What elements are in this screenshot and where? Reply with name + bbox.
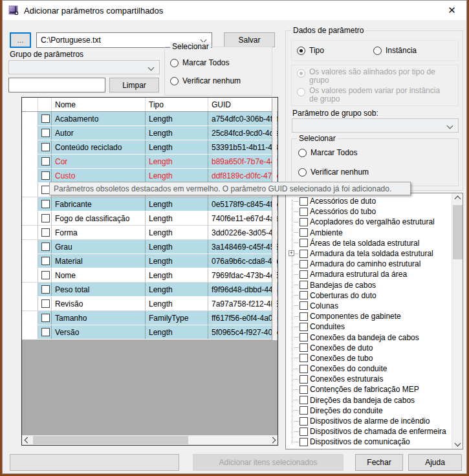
checkbox-icon[interactable]	[300, 365, 308, 373]
checkbox-icon[interactable]	[300, 323, 308, 331]
browse-button[interactable]: ...	[10, 32, 31, 48]
category-item[interactable]: + Dispositivos de comunicação	[294, 437, 452, 447]
close-button[interactable]: Fechar	[355, 454, 403, 471]
table-row[interactable]: Revisão Length 7a97a758-f212-4b3d	[22, 297, 278, 311]
checkbox-icon[interactable]	[300, 250, 308, 258]
table-row[interactable]: Acabamento Length a754dfc0-306b-4f5f-b	[22, 112, 278, 126]
checkbox-icon[interactable]	[300, 396, 308, 404]
checkbox-icon[interactable]	[41, 257, 50, 265]
checkbox-icon[interactable]	[41, 143, 50, 151]
scrollbar-thumb[interactable]	[33, 436, 188, 444]
category-item[interactable]: + Ambiente	[294, 228, 452, 238]
row-checkbox[interactable]	[38, 268, 52, 282]
table-row[interactable]: Peso total Length f9f96d48-dbbd-4424-	[22, 283, 278, 297]
group-under-dropdown[interactable]	[292, 118, 459, 133]
row-checkbox[interactable]	[38, 112, 52, 125]
check-all-radio[interactable]: Marcar Todos	[170, 58, 229, 67]
radio-icon[interactable]	[170, 59, 179, 67]
row-checkbox[interactable]	[38, 169, 52, 182]
radio-icon[interactable]	[298, 149, 307, 157]
row-checkbox[interactable]	[38, 311, 52, 325]
category-item[interactable]: + Acopladores do vergalhão estrutural	[294, 217, 452, 227]
checkbox-icon[interactable]	[300, 291, 308, 299]
category-item[interactable]: + Armadura estrutural da área	[294, 269, 452, 279]
checkbox-icon[interactable]	[41, 299, 50, 308]
category-item[interactable]: + Áreas de tela soldada estrutural	[294, 238, 452, 248]
checkbox-icon[interactable]	[300, 417, 308, 426]
checkbox-icon[interactable]	[300, 197, 308, 206]
check-all-radio[interactable]: Marcar Todos	[298, 148, 357, 157]
checkbox-icon[interactable]	[300, 354, 308, 362]
scroll-up-icon[interactable]	[452, 193, 463, 204]
help-button[interactable]: Ajuda	[408, 454, 462, 471]
scroll-right-icon[interactable]	[267, 435, 278, 445]
checkbox-icon[interactable]	[41, 314, 50, 322]
checkbox-icon[interactable]	[41, 214, 50, 222]
checkbox-icon[interactable]	[41, 200, 50, 208]
checkbox-icon[interactable]	[41, 271, 50, 279]
category-item[interactable]: + Direções da bandeja de cabos	[294, 395, 452, 406]
category-item[interactable]: + Conexões da bandeja de cabos	[294, 332, 452, 342]
radio-icon[interactable]	[170, 77, 179, 85]
checkbox-icon[interactable]	[300, 208, 308, 216]
checkbox-icon[interactable]	[300, 438, 308, 446]
values-aligned-radio[interactable]: Os valores são alinhados por tipo de gru…	[297, 68, 455, 85]
category-item[interactable]: + Armadura da tela soldada estrutural	[294, 248, 452, 259]
add-selected-items-button[interactable]: Adicionar itens selecionados	[193, 454, 344, 471]
check-none-radio[interactable]: Verificar nenhum	[298, 168, 369, 177]
checkbox-icon[interactable]	[300, 301, 308, 310]
expand-icon[interactable]: +	[289, 250, 294, 256]
category-item[interactable]: + Conexões estruturais	[294, 374, 452, 384]
table-row[interactable]: Material Length 076a9b6c-cda8-44ea	[22, 254, 278, 268]
checkbox-icon[interactable]	[300, 333, 308, 341]
scroll-left-icon[interactable]	[22, 435, 32, 445]
category-item[interactable]: + Conexões de tubo	[294, 353, 452, 363]
checkbox-icon[interactable]	[300, 375, 308, 384]
clear-button[interactable]: Limpar	[109, 78, 159, 92]
row-checkbox[interactable]	[38, 155, 52, 168]
scrollbar-thumb[interactable]	[453, 205, 463, 259]
checkbox-icon[interactable]	[41, 228, 50, 237]
checkbox-icon[interactable]	[41, 186, 50, 194]
table-row[interactable]: Fabricante Length 0e5178f9-c845-4f3c-	[22, 197, 278, 211]
checkbox-icon[interactable]	[41, 243, 50, 251]
checkbox-icon[interactable]	[41, 171, 50, 180]
table-row[interactable]: Cor Length b89a650f-7b7e-44ff-8	[22, 155, 278, 169]
check-none-radio[interactable]: Verificar nenhum	[170, 76, 241, 85]
checkbox-icon[interactable]	[300, 281, 308, 289]
checkbox-icon[interactable]	[300, 385, 308, 394]
checkbox-icon[interactable]	[300, 239, 308, 247]
row-checkbox[interactable]	[38, 126, 52, 140]
table-row[interactable]: Tamanho FamilyType ff617f56-e0f4-4a07-a	[22, 311, 278, 325]
table-row[interactable]: Autor Length 25c84fcd-9cd0-4cfa-	[22, 126, 278, 140]
category-scrollbar[interactable]	[452, 193, 463, 449]
category-item[interactable]: + Dispositivos de alarme de incêndio	[294, 416, 452, 426]
values-vary-radio[interactable]: Os valores podem variar por instância de…	[297, 87, 455, 103]
category-item[interactable]: + Conduites	[294, 321, 452, 332]
checkbox-icon[interactable]	[300, 312, 308, 321]
checkbox-icon[interactable]	[300, 406, 308, 415]
checkbox-icon[interactable]	[300, 343, 308, 352]
category-item[interactable]: + Componentes de gabinete	[294, 311, 452, 321]
row-checkbox[interactable]	[38, 325, 52, 339]
checkbox-icon[interactable]	[300, 218, 308, 226]
checkbox-icon[interactable]	[300, 260, 308, 268]
table-row[interactable]: Forma Length 3dd0226e-3d05-402a	[22, 226, 278, 240]
parameter-group-dropdown[interactable]	[8, 60, 160, 74]
table-row[interactable]: Nome Length 7969fdac-473b-4e59	[22, 268, 278, 283]
table-row[interactable]: Grau Length 3a148469-c45f-458a	[22, 240, 278, 254]
category-item[interactable]: + Coberturas do duto	[294, 290, 452, 301]
filter-input[interactable]	[8, 78, 105, 92]
type-radio[interactable]: Tipo	[297, 46, 373, 55]
checkbox-icon[interactable]	[300, 228, 308, 237]
row-checkbox[interactable]	[38, 211, 52, 225]
row-checkbox[interactable]	[38, 297, 52, 310]
checkbox-icon[interactable]	[300, 427, 308, 436]
row-checkbox[interactable]	[38, 197, 52, 211]
category-item[interactable]: + Colunas	[294, 301, 452, 311]
checkbox-icon[interactable]	[41, 157, 50, 166]
disabled-blank-button[interactable]	[10, 454, 179, 471]
close-icon[interactable]: ✕	[437, 1, 466, 20]
category-item[interactable]: + Conexões de duto	[294, 343, 452, 353]
checkbox-icon[interactable]	[41, 328, 50, 336]
